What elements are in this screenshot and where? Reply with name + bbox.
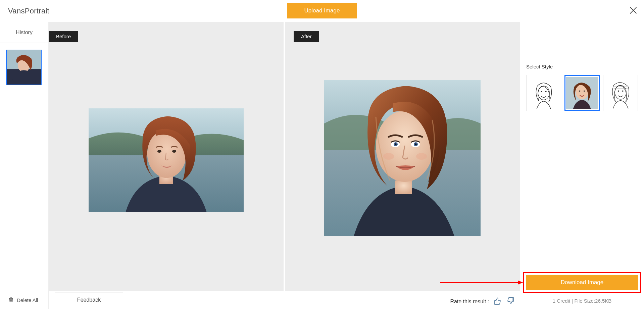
after-panel: After — [285, 22, 520, 291]
svg-point-21 — [415, 143, 417, 145]
close-icon[interactable] — [629, 6, 638, 15]
style-option-sketch[interactable] — [526, 75, 561, 111]
rate-label: Rate this result : — [450, 299, 489, 305]
thumbs-up-icon[interactable] — [494, 297, 502, 306]
feedback-button[interactable]: Feedback — [55, 293, 123, 307]
before-image — [89, 108, 244, 212]
download-highlight: Download Image — [523, 272, 641, 293]
main-content: Before — [49, 22, 520, 309]
after-image — [324, 80, 481, 236]
after-badge: After — [294, 31, 319, 42]
svg-point-20 — [395, 143, 397, 145]
trash-icon — [8, 297, 14, 304]
svg-rect-24 — [495, 301, 496, 304]
svg-rect-25 — [512, 298, 513, 301]
svg-point-22 — [383, 153, 394, 160]
app-header: VansPortrait Upload Image — [0, 0, 644, 22]
history-sidebar: History Delete All — [0, 22, 49, 309]
svg-point-37 — [622, 90, 624, 92]
bottom-bar: Feedback Rate this result : — [49, 291, 520, 309]
history-thumbnails — [0, 43, 48, 92]
style-options — [526, 75, 638, 111]
app-title: VansPortrait — [0, 7, 49, 15]
before-badge: Before — [49, 31, 78, 42]
history-tab[interactable]: History — [0, 22, 48, 43]
download-image-button[interactable]: Download Image — [526, 275, 638, 290]
style-option-painted[interactable] — [564, 75, 599, 111]
style-sidebar: Select Style — [520, 22, 644, 309]
svg-point-11 — [172, 150, 176, 152]
svg-point-28 — [541, 91, 542, 92]
delete-all-button[interactable]: Delete All — [8, 297, 38, 304]
svg-rect-26 — [528, 77, 559, 109]
style-option-lineart[interactable] — [603, 75, 638, 111]
svg-point-32 — [579, 90, 581, 92]
upload-image-button[interactable]: Upload Image — [287, 3, 357, 18]
svg-rect-14 — [395, 181, 412, 194]
before-panel: Before — [49, 22, 285, 291]
svg-point-10 — [157, 150, 161, 152]
thumbs-down-icon[interactable] — [506, 297, 514, 306]
history-item[interactable] — [6, 50, 42, 85]
before-after-compare: Before — [49, 22, 520, 291]
svg-point-23 — [416, 153, 427, 160]
svg-rect-34 — [605, 77, 636, 109]
select-style-label: Select Style — [526, 64, 638, 69]
delete-all-label: Delete All — [17, 297, 38, 303]
svg-point-36 — [617, 90, 619, 92]
credit-info: 1 Credit | File Size:26.5KB — [520, 298, 644, 304]
rate-result: Rate this result : — [450, 297, 514, 306]
app-body: History Delete All — [0, 22, 644, 309]
svg-point-33 — [584, 90, 585, 92]
svg-point-29 — [545, 91, 547, 92]
